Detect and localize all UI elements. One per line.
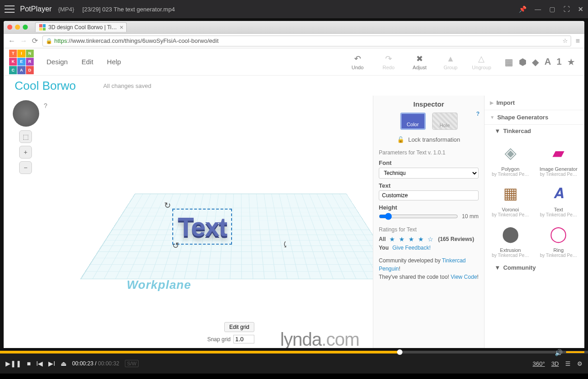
address-bar: ← → ⟳ 🔒 https://www.tinkercad.com/things… xyxy=(4,34,584,48)
settings-icon[interactable]: ⚙ xyxy=(577,360,583,367)
ratings-all: All xyxy=(379,236,386,242)
window-minimize-icon[interactable] xyxy=(15,25,20,30)
sw-badge[interactable]: S/W xyxy=(125,360,139,367)
next-button[interactable]: ▶I xyxy=(48,360,55,367)
menu-design[interactable]: Design xyxy=(46,58,68,66)
cube-icon[interactable]: ⬢ xyxy=(519,56,526,67)
playlist-icon[interactable]: ☰ xyxy=(565,360,571,367)
play-pause-button[interactable]: ▶❚❚ xyxy=(5,360,21,367)
tinkercad-logo[interactable]: TINKERCAD xyxy=(9,50,34,74)
menu-help[interactable]: Help xyxy=(107,58,121,66)
grid-icon[interactable]: ▦ xyxy=(505,56,513,67)
canvas[interactable]: ? ⬚ + − Text ↻ ↺ ⤹ Workplane Edit grid xyxy=(4,96,373,348)
progress-fill xyxy=(0,351,400,353)
progress-thumb[interactable] xyxy=(397,349,402,355)
3d-button[interactable]: 3D xyxy=(551,360,559,367)
menu-icon[interactable] xyxy=(5,5,15,13)
shapes-icon[interactable]: ◆ xyxy=(532,56,539,67)
color-swatch[interactable]: Color xyxy=(400,113,426,130)
eject-icon[interactable]: ⏏ xyxy=(61,360,67,367)
fullscreen-icon[interactable]: ⛶ xyxy=(563,5,570,13)
volume-icon[interactable]: 🔊 xyxy=(555,349,562,356)
360-button[interactable]: 360° xyxy=(532,360,545,367)
menu-edit[interactable]: Edit xyxy=(82,58,93,66)
forward-icon[interactable]: → xyxy=(20,37,27,45)
panel-icons: ▦ ⬢ ◆ A 1 ★ xyxy=(505,56,575,67)
import-section[interactable]: ▶Import xyxy=(485,96,584,110)
shape-thumb-icon: ⬤ xyxy=(495,222,526,246)
chevron-down-icon: ▼ xyxy=(490,115,495,120)
shape-generators-section[interactable]: ▼Shape Generators xyxy=(485,110,584,125)
rotate-handle-icon[interactable]: ↺ xyxy=(172,241,179,251)
time-display: 00:00:23 / 00:00:32 xyxy=(72,360,119,367)
shape-item[interactable]: ◯Ringby Tinkercad Pe… xyxy=(535,220,583,260)
group-icon: ▲ xyxy=(447,54,455,64)
maximize-icon[interactable]: ▢ xyxy=(549,5,555,13)
shape-item[interactable]: ▰Image Generatorby Tinkercad Pe… xyxy=(535,139,583,179)
letter-a-icon[interactable]: A xyxy=(544,56,551,67)
browser-tabbar: 3D design Cool Borwo | Ti… ✕ xyxy=(4,21,584,34)
text-input[interactable] xyxy=(379,190,479,200)
font-select[interactable]: Techniqu xyxy=(379,168,479,179)
player-titlebar: PotPlayer {MP4} [23/29] 023 The text gen… xyxy=(0,0,588,18)
home-view-button[interactable]: ⬚ xyxy=(19,130,32,143)
shape-item[interactable]: 𝘼Textby Tinkercad Pe… xyxy=(535,179,583,219)
zoom-in-button[interactable]: + xyxy=(19,146,32,159)
tinkercad-subsection[interactable]: ▼Tinkercad xyxy=(485,125,584,137)
shapes-panel: ▶Import ▼Shape Generators ▼Tinkercad ◈Po… xyxy=(484,96,584,348)
volume-bar[interactable] xyxy=(566,351,584,353)
snap-grid-input[interactable] xyxy=(233,335,254,343)
number-1-icon[interactable]: 1 xyxy=(557,56,562,67)
reload-icon[interactable]: ⟳ xyxy=(32,36,38,45)
shape-thumb-icon: ◈ xyxy=(495,141,526,164)
edit-grid-button[interactable]: Edit grid xyxy=(224,322,254,332)
shape-name: Image Generator xyxy=(536,166,582,172)
url-path: ://www.tinkercad.com/things/6uwoSyFlsiA-… xyxy=(67,37,218,44)
shape-thumb-icon: ▰ xyxy=(542,141,574,164)
back-icon[interactable]: ← xyxy=(8,37,15,45)
hole-swatch[interactable]: Hole xyxy=(432,113,458,130)
community-subsection[interactable]: ▼Community xyxy=(485,261,584,274)
main-menu: Design Edit Help xyxy=(46,58,121,66)
shape-item[interactable]: ⬤Extrusionby Tinkercad Pe… xyxy=(486,220,535,260)
ungroup-button[interactable]: △Ungroup xyxy=(472,54,491,70)
pin-icon[interactable]: 📌 xyxy=(519,5,526,13)
community-text: Community developed by Tinkercad Penguin… xyxy=(379,256,479,281)
redo-button[interactable]: ↷Redo xyxy=(379,54,398,70)
tab-close-icon[interactable]: ✕ xyxy=(119,25,124,31)
group-button[interactable]: ▲Group xyxy=(441,54,460,70)
progress-bar[interactable]: 🔊 xyxy=(0,351,588,353)
undo-icon: ↶ xyxy=(354,54,361,64)
bookmark-icon[interactable]: ☆ xyxy=(562,37,568,44)
project-name[interactable]: Cool Borwo xyxy=(15,79,76,93)
shape-author: by Tinkercad Pe… xyxy=(536,253,582,258)
window-close-icon[interactable] xyxy=(7,25,12,30)
window-zoom-icon[interactable] xyxy=(23,25,28,30)
close-icon[interactable]: ✕ xyxy=(578,5,583,13)
rotate-handle-icon[interactable]: ⤹ xyxy=(282,240,289,250)
prev-button[interactable]: I◀ xyxy=(36,360,43,367)
undo-button[interactable]: ↶Undo xyxy=(348,54,367,70)
stop-button[interactable]: ■ xyxy=(27,360,31,367)
give-feedback-link[interactable]: Give Feedback! xyxy=(392,245,431,251)
browser-tab[interactable]: 3D design Cool Borwo | Ti… ✕ xyxy=(35,22,127,32)
orbit-nav[interactable] xyxy=(13,100,39,127)
shape-item[interactable]: ▦Voronoiby Tinkercad Pe… xyxy=(486,179,535,219)
help-icon[interactable]: ? xyxy=(44,102,47,109)
zoom-out-button[interactable]: − xyxy=(19,161,32,174)
help-icon[interactable]: ? xyxy=(476,111,480,117)
browser-menu-icon[interactable]: ≡ xyxy=(576,37,580,45)
chevron-down-icon: ▼ xyxy=(495,264,500,271)
lock-row[interactable]: 🔓 Lock transformation xyxy=(379,136,479,143)
minimize-icon[interactable]: — xyxy=(535,5,541,13)
star-icon[interactable]: ★ xyxy=(567,56,575,67)
adjust-button[interactable]: ✖Adjust xyxy=(410,54,429,70)
text-shape[interactable]: Text xyxy=(172,209,232,245)
height-slider[interactable] xyxy=(379,213,458,220)
view-code-link[interactable]: View Code xyxy=(451,274,477,280)
rotate-handle-icon[interactable]: ↻ xyxy=(164,200,171,210)
shape-item[interactable]: ◈Polygonby Tinkercad Pe… xyxy=(486,139,535,179)
codec-label: {MP4} xyxy=(58,6,74,13)
url-field[interactable]: 🔒 https://www.tinkercad.com/things/6uwoS… xyxy=(42,36,571,46)
shape-author: by Tinkercad Pe… xyxy=(487,172,534,177)
